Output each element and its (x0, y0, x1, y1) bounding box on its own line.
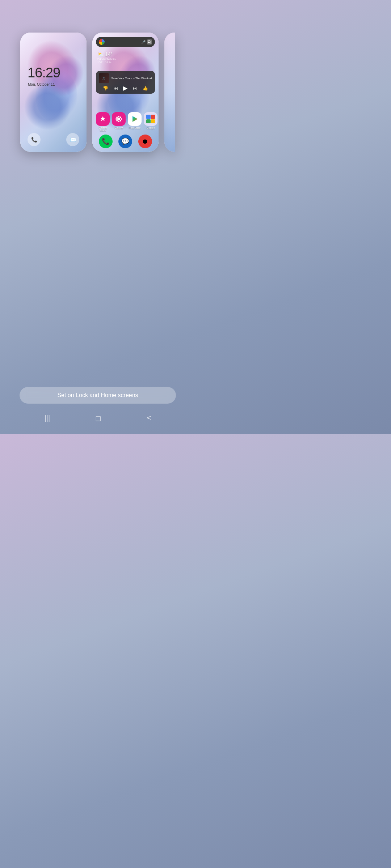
galaxy-store-icon (96, 112, 110, 126)
dock-record-icon[interactable]: ⏺ (138, 135, 152, 148)
app-grid: Galaxy Store (96, 112, 155, 132)
music-title: Save Your Tears – The Weeknd (111, 77, 152, 80)
lock-message-icon[interactable]: ✉️ (66, 133, 79, 146)
svg-line-1 (150, 43, 151, 44)
svg-point-10 (120, 116, 121, 118)
home-screen-phone[interactable]: 🎤 ⛅ 14° Friedrichshain 10/11, 14:84 (92, 33, 159, 152)
dock-messages-icon[interactable]: 💬 (118, 135, 132, 148)
weather-icon: ⛅ (97, 51, 104, 57)
lock-bottom-icons: 📞 ✉️ (20, 133, 87, 146)
lock-phone-icon[interactable]: 📞 (28, 133, 41, 146)
music-controls: 👎 ⏮ ▶ ⏭ 👍 (99, 85, 152, 92)
next-button[interactable]: ⏭ (133, 86, 137, 91)
weather-temp: 14° (105, 51, 113, 57)
weather-location: Friedrichshain (97, 58, 115, 61)
galaxy-store-label: Galaxy Store (96, 127, 110, 132)
weather-date: 10/11, 14:84 (97, 61, 115, 64)
svg-point-2 (117, 118, 120, 120)
phone-icon: 📞 (31, 137, 37, 142)
lock-time: 16:29 (28, 65, 60, 81)
app-google-folder[interactable]: Google (144, 112, 157, 132)
svg-point-3 (118, 116, 119, 117)
app-gallery[interactable]: Gallery (112, 112, 126, 132)
music-info: 🎵 Save Your Tears – The Weeknd (99, 73, 152, 83)
google-logo (99, 39, 105, 45)
navigation-bar: ||| ◻ < (0, 409, 196, 427)
messages-dock-icon: 💬 (121, 137, 129, 145)
album-art: 🎵 (99, 73, 109, 83)
svg-marker-11 (133, 116, 138, 122)
like-button[interactable]: 👍 (143, 86, 148, 91)
partial-phone (164, 33, 175, 152)
prev-button[interactable]: ⏮ (114, 86, 118, 91)
phone-dock-icon: 📞 (102, 137, 110, 145)
google-folder-label: Google (147, 127, 155, 129)
home-wallpaper: 🎤 ⛅ 14° Friedrichshain 10/11, 14:84 (92, 33, 159, 152)
recent-apps-button[interactable]: ||| (41, 412, 54, 424)
microphone-icon[interactable]: 🎤 (141, 40, 146, 44)
play-store-icon (128, 112, 142, 126)
home-dock: 📞 💬 ⏺ (96, 135, 155, 148)
set-wallpaper-button[interactable]: Set on Lock and Home screens (20, 387, 176, 404)
search-bar[interactable]: 🎤 (96, 37, 155, 47)
lock-date: Mon, October 11 (28, 82, 55, 86)
back-button[interactable]: < (143, 412, 155, 424)
gallery-label: Gallery (115, 127, 123, 129)
lens-icon[interactable] (147, 39, 152, 44)
weather-widget: ⛅ 14° Friedrichshain 10/11, 14:84 (97, 51, 115, 64)
svg-point-5 (115, 118, 117, 120)
svg-point-8 (120, 120, 121, 122)
phones-container: 16:29 Mon, October 11 📞 ✉️ (0, 33, 196, 152)
svg-point-6 (121, 118, 122, 120)
dock-phone-icon[interactable]: 📞 (99, 135, 113, 148)
app-galaxy-store[interactable]: Galaxy Store (96, 112, 110, 132)
svg-point-7 (116, 116, 118, 118)
svg-point-9 (116, 120, 118, 122)
message-icon: ✉️ (70, 137, 76, 142)
gallery-icon (112, 112, 126, 126)
record-dock-icon: ⏺ (142, 138, 148, 145)
play-button[interactable]: ▶ (123, 85, 127, 92)
play-store-label: Play Store (129, 127, 140, 129)
svg-point-4 (118, 121, 119, 122)
bottom-area: Set on Lock and Home screens ||| ◻ < (0, 152, 196, 434)
lock-screen-phone[interactable]: 16:29 Mon, October 11 📞 ✉️ (20, 33, 87, 152)
lock-wallpaper: 16:29 Mon, October 11 📞 ✉️ (20, 33, 87, 152)
home-button[interactable]: ◻ (92, 412, 105, 424)
dislike-button[interactable]: 👎 (103, 86, 108, 91)
music-player[interactable]: 🎵 Save Your Tears – The Weeknd 👎 ⏮ ▶ ⏭ 👍 (96, 71, 155, 94)
app-play-store[interactable]: Play Store (128, 112, 142, 132)
google-folder-icon (144, 112, 157, 126)
